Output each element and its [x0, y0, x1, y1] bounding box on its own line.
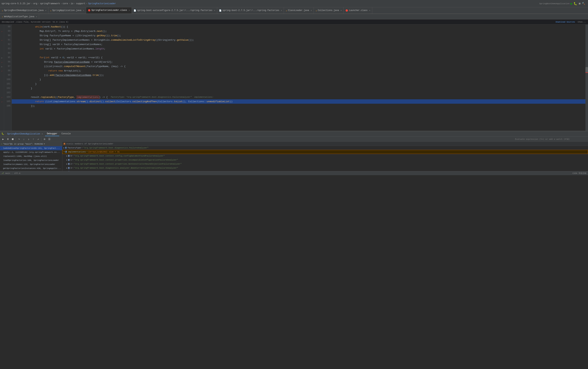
tab-autoconfigure-factories[interactable]: 📄 spring-boot-autoconfigure-2.7.5.jar!/.…: [132, 7, 217, 14]
code-line-97: ((List)result.computeIfAbsent(factoryTyp…: [12, 64, 585, 69]
stack-frame-4[interactable]: loadFactoryNames:132, SpringFactoriesLoa…: [0, 162, 62, 166]
tab-launcher[interactable]: 🔴 Launcher.class ✕: [344, 7, 372, 14]
tab-web-app-type[interactable]: ☕ WebApplicationType.java ✕: [0, 14, 39, 19]
code-line-92: String[] var10 = factoryImplementationNa…: [12, 42, 585, 47]
code-line-103: [12, 91, 585, 95]
var-row-1[interactable]: ▶ ≡ 1 = "org.springframework.boot.contex…: [62, 158, 588, 162]
code-line-95: for(int var12 = 0; var12 < var11; ++var1…: [12, 55, 585, 60]
stop-debug-button[interactable]: ⏹: [11, 137, 15, 141]
tab-close-icon[interactable]: ✕: [369, 9, 370, 11]
status-right-text: CSDN 华状仪标: [572, 172, 587, 174]
tab-spring-application[interactable]: ☕ SpringApplication.java ✕: [48, 7, 86, 14]
breadcrumb-item: spring-core-5.3.23.jar: [1, 2, 31, 5]
var-row-2[interactable]: ▶ ≡ 2 = "org.springframework.boot.contex…: [62, 162, 588, 166]
filter-icon[interactable]: ▼: [44, 143, 45, 145]
tab-classloader[interactable]: ☕ ClassLoader.java ✕: [284, 7, 314, 14]
code-line-91: String[] factoryImplementationNames = St…: [12, 38, 585, 42]
array-icon: ≡: [68, 171, 70, 171]
tab-close-icon[interactable]: ✕: [36, 16, 37, 18]
tab-close-icon[interactable]: ✕: [83, 9, 84, 11]
var-row-implementations[interactable]: ▼ f implementations = {ArrayList@1292} s…: [62, 150, 588, 154]
fold-arrow-icon[interactable]: ▷: [1, 66, 2, 68]
gutter-cell: ✓: [1, 100, 2, 104]
stack-frame-6[interactable]: getSpringFactoriesInstances:424, SpringA…: [0, 170, 62, 171]
download-actions: Download Sources Choo...: [556, 21, 586, 23]
evaluate-button[interactable]: ⚙: [42, 137, 47, 141]
gutter-cell: ✓: [1, 38, 2, 42]
tab-close-icon[interactable]: ✕: [45, 9, 46, 11]
status-left: ⎇ main | UTF-8: [1, 172, 20, 174]
tab-springboot-app[interactable]: ☕ SpringBootDemoApplication.java ✕: [0, 7, 48, 14]
editor-scrollbar[interactable]: [585, 25, 588, 131]
scrollbar-thumb[interactable]: [585, 67, 588, 72]
breadcrumb-item: springframework: [40, 2, 60, 5]
watch-expression-input[interactable]: [514, 137, 587, 142]
java-file-icon: ☕: [2, 9, 3, 12]
status-branch-icon: ⎇: [1, 172, 4, 174]
tab-debugger[interactable]: Debugger: [45, 132, 59, 136]
code-line-100: }: [12, 77, 585, 82]
debug-run-button[interactable]: 🐛: [574, 2, 577, 6]
stack-frame-3[interactable]: loadSpringFactories:160, SpringFactories…: [0, 158, 62, 162]
code-line-88: while(var6.hasNext()) {: [12, 25, 585, 29]
tab-close-icon[interactable]: ✕: [129, 9, 130, 11]
run-controls: SpringBootDemoApplication ▶ 🐛 ⏹ 🔨: [539, 2, 585, 6]
code-editor[interactable]: while(var6.hasNext()) { Map.Entry<?, ?> …: [12, 25, 585, 131]
tab-close-icon[interactable]: ✕: [281, 9, 282, 11]
run-button[interactable]: ▶: [571, 2, 572, 6]
var-row-4[interactable]: ▶ ≡ 4 = "org.springframework.boot.diagno…: [62, 170, 588, 171]
expand-icon[interactable]: ▶: [63, 147, 64, 149]
breakpoint-check-icon: ✓: [1, 31, 2, 33]
tab-collections[interactable]: ☕ Collections.java ✕: [314, 7, 344, 14]
var-row-0[interactable]: ▶ ≡ 0 = "org.springframework.boot.contex…: [62, 154, 588, 158]
java-file-icon: ☕: [50, 9, 52, 12]
expand-icon[interactable]: ▶: [66, 163, 67, 165]
var-row-factorytype[interactable]: ▶ f factoryType = "org.springframework.b…: [62, 146, 588, 150]
code-line-102: }: [12, 86, 585, 91]
breadcrumb-item[interactable]: SpringFactoriesLoader: [88, 2, 116, 5]
expand-icon[interactable]: ▶: [66, 167, 67, 169]
expand-icon[interactable]: ▶: [66, 155, 67, 157]
tab-close-icon[interactable]: ✕: [340, 9, 342, 11]
step-over-button[interactable]: ↷: [17, 137, 21, 141]
gutter-cell: ✓: [1, 95, 2, 100]
breadcrumb-item: org: [33, 2, 37, 5]
var-row-3[interactable]: ▶ ≡ 3 = "org.springframework.boot.diagno…: [62, 166, 588, 170]
stack-frame-2[interactable]: replaceAll:1306, HashMap (java.util): [0, 154, 62, 158]
tab-close-icon[interactable]: ✕: [311, 9, 312, 11]
code-line-89: Map.Entry<?, ?> entry = (Map.Entry)var6.…: [12, 29, 585, 33]
array-icon: ≡: [68, 155, 70, 157]
fold-arrow-icon[interactable]: ▷: [1, 57, 2, 59]
build-button[interactable]: 🔨: [582, 2, 585, 5]
debug-close-icon[interactable]: ✕: [41, 133, 43, 135]
resume-button[interactable]: ▶: [1, 137, 5, 141]
array-icon: ≡: [68, 163, 70, 165]
pause-button[interactable]: ⏸: [6, 137, 10, 141]
expand-icon[interactable]: ▶: [66, 171, 67, 171]
stack-frame-0[interactable]: → lambda$loadSpringFactories$1:161, Spri…: [0, 146, 62, 150]
stop-button[interactable]: ⏹: [578, 2, 581, 5]
thread-status-icon: ✓: [1, 143, 2, 145]
gutter-cell: ✓: [1, 69, 2, 73]
run-to-cursor-button[interactable]: ↗: [36, 137, 40, 141]
java-file-icon: ☕: [286, 9, 287, 12]
download-sources-link[interactable]: Download Sources: [556, 21, 575, 23]
step-into-button[interactable]: ↓: [22, 137, 26, 141]
force-step-button[interactable]: ⇓: [27, 137, 31, 141]
stack-frame-5[interactable]: getSpringFactoriesInstances:430, SpringA…: [0, 166, 62, 170]
tab-console[interactable]: Console: [60, 132, 72, 136]
more-button[interactable]: ☰: [47, 137, 51, 141]
debug-tabs: Debugger Console: [45, 132, 72, 136]
editor-area: ✓ ✓ ▷ ✓ ▷ ✓ ✓ ✓ 88 89 90 91 92 93 94 95 …: [0, 25, 588, 131]
array-icon: ≡: [68, 167, 70, 169]
step-out-button[interactable]: ↑: [31, 137, 35, 141]
tab-boot-factories[interactable]: 📄 spring-boot-2.7.5.jar!/.../spring.fact…: [217, 7, 284, 14]
line-numbers: 88 89 90 91 92 93 94 95 96 97 98 99 100 …: [4, 25, 12, 131]
tab-close-icon[interactable]: ✕: [214, 9, 215, 11]
gutter-cell: ✓: [1, 29, 2, 34]
stack-frame-1[interactable]: apply:-1, 1122805102 (org.springframewor…: [0, 150, 62, 154]
expand-icon[interactable]: ▼: [64, 151, 65, 153]
expand-icon[interactable]: ▶: [66, 159, 67, 161]
debug-panel: 🐛 SpringBootDemoApplication ✕ Debugger C…: [0, 131, 588, 171]
tab-spring-factories-loader[interactable]: 🔴 SpringFactoriesLoader.class ✕: [86, 7, 132, 14]
